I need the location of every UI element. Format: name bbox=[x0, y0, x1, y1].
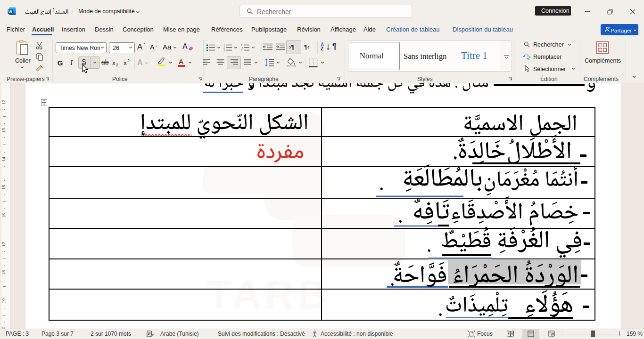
svg-text:3: 3 bbox=[241, 49, 242, 52]
svg-text:W: W bbox=[8, 9, 12, 14]
svg-text:3: 3 bbox=[223, 49, 225, 52]
